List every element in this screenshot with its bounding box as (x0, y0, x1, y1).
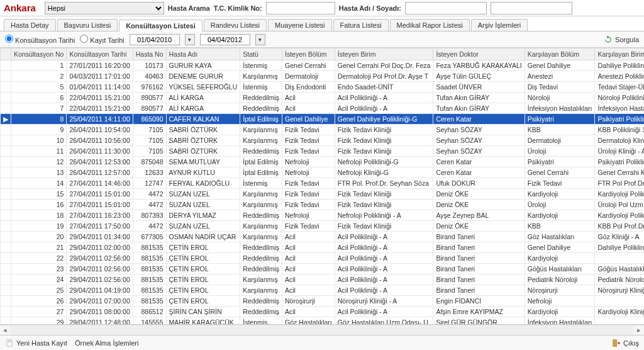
yeni-hasta-button[interactable]: Yeni Hasta Kayıt (5, 339, 67, 347)
cell: 29/04/2011 04:19:00 (67, 285, 133, 296)
table-row[interactable]: 2529/04/2011 04:19:00881535ÇETİN EROLKar… (1, 285, 645, 296)
table-row[interactable]: 2029/04/2011 01:34:00677305OSMAN NADİR U… (1, 232, 645, 242)
cell: ALİ KARGA (166, 93, 240, 103)
top-bar: Ankara Hepsi Hasta Arama T.C. Kimlik No:… (0, 0, 644, 16)
tab-arşiv-i̇şlemleri[interactable]: Arşiv İşlemleri (471, 19, 528, 31)
cell: 27/04/2011 15:01:00 (67, 200, 133, 210)
cell: Kardiyoloji Polikliniği 2- A (595, 210, 644, 221)
grid-container[interactable]: Konsültasyon NoKonsültasyon TarihiHasta … (0, 48, 644, 325)
cell: Seyhan SÖZAY (433, 125, 525, 135)
scroll-track[interactable] (10, 326, 634, 335)
cell: Reddedilmiş (240, 93, 282, 103)
cell: 26 (11, 296, 67, 307)
table-row[interactable]: 926/04/2011 10:54:007105SABRİ ÖZTÜRKKarş… (1, 125, 645, 135)
col-header[interactable]: Hasta Adı (166, 48, 240, 60)
table-row[interactable]: 1627/04/2011 15:01:004472SUZAN UZELKarşı… (1, 200, 645, 210)
date-from[interactable] (130, 34, 180, 45)
row-marker (1, 93, 11, 103)
row-marker (1, 307, 11, 317)
extra-input[interactable] (491, 2, 572, 14)
cell: Göz Kliniği - A (595, 232, 644, 242)
radio-kayit-tarihi[interactable]: Kayıt Tarihi (80, 35, 124, 44)
table-row[interactable]: 622/04/2011 15:21:00890577ALİ KARGARedde… (1, 93, 645, 103)
col-header[interactable]: Karşılayan Bölüm (525, 48, 595, 60)
cell: ÇETİN EROL (166, 285, 240, 296)
cell: KBB Polikliniği 1- A (595, 125, 644, 135)
bottom-bar: Yeni Hasta Kayıt Örnek Alma İşlemleri Çı… (0, 335, 644, 350)
cell: Nefroloji Kliniği-G (335, 167, 433, 178)
tab-başvuru-listesi[interactable]: Başvuru Listesi (57, 19, 118, 31)
table-row[interactable]: 127/01/2011 16:20:0010173GURUR KAYAİsten… (1, 60, 645, 71)
table-row[interactable]: 1126/04/2011 11:30:007105SABRİ ÖZTÜRKRed… (1, 146, 645, 157)
table-row[interactable]: 2429/04/2011 02:56:00881535ÇETİN EROLKar… (1, 274, 645, 285)
horizontal-scrollbar[interactable]: ◂ ▸ (0, 325, 644, 335)
cell: Fizik Tedavi Kliniği (335, 125, 433, 135)
cell: Reddedilmiş (240, 210, 282, 221)
sorgula-button[interactable]: Sorgula (604, 35, 639, 44)
tab-konsültasyon-listesi[interactable]: Konsültasyon Listesi (119, 20, 203, 31)
cell: KBB Pol Prof.Dr. Levent Naci Özlüoğlu- A (595, 221, 644, 232)
table-row[interactable]: 2729/04/2011 08:00:00886512ŞİRİN CAN ŞİR… (1, 307, 645, 317)
date-to-picker-icon[interactable]: ▾ (255, 34, 265, 45)
table-row[interactable]: 722/04/2011 15:21:00890577ALİ KARGARedde… (1, 103, 645, 114)
col-header[interactable]: Konsültasyon Tarihi (67, 48, 133, 60)
table-row[interactable]: 1427/04/2011 14:46:0012747FERYAL KADIOĞL… (1, 178, 645, 189)
table-row[interactable]: 1226/04/2011 12:53:00875048SEMA MUTLUAYİ… (1, 157, 645, 167)
col-header[interactable] (1, 48, 11, 60)
ornek-alma-button[interactable]: Örnek Alma İşlemleri (75, 339, 138, 347)
cell: Ceren Katar (433, 167, 525, 178)
col-header[interactable]: Statü (240, 48, 282, 60)
cell: 14 (11, 178, 67, 189)
tab-muayene-listesi[interactable]: Muayene Listesi (268, 19, 332, 31)
cell: Reddedilmiş (240, 307, 282, 317)
cell: 29/04/2011 08:00:00 (67, 307, 133, 317)
cell: İstenmiş (240, 178, 282, 189)
filter-dropdown[interactable]: Hepsi (45, 2, 164, 14)
cell: 16 (11, 200, 67, 210)
scroll-left-icon[interactable]: ◂ (0, 326, 10, 334)
row-marker (1, 200, 11, 210)
table-row[interactable]: 1927/04/2011 17:50:004472SUZAN UZELKarşı… (1, 221, 645, 232)
scroll-right-icon[interactable]: ▸ (634, 326, 644, 334)
tab-hasta-detay[interactable]: Hasta Detay (4, 19, 56, 31)
cell: 12747 (133, 178, 166, 189)
cell: Göz Hastalıkları (282, 317, 335, 325)
table-row[interactable]: 204/03/2011 17:01:0040463DENEME GURURKar… (1, 71, 645, 82)
cell: Acil Polikliniği - A (335, 264, 433, 274)
cell: ÇETİN EROL (166, 296, 240, 307)
col-header[interactable]: İsteyen Doktor (433, 48, 525, 60)
cikis-button[interactable]: Çıkış (612, 339, 639, 347)
table-row[interactable]: 1827/04/2011 16:23:00807393DERYA YILMAZR… (1, 210, 645, 221)
exit-icon (612, 339, 621, 347)
row-marker (1, 60, 11, 71)
tc-input[interactable] (266, 2, 335, 14)
table-row[interactable]: 1326/04/2011 12:57:0012633AYNUR KUTLUİpt… (1, 167, 645, 178)
ad-input[interactable] (405, 2, 487, 14)
cell: ÇETİN EROL (166, 242, 240, 253)
cell: Göğüs Hastalıkları Kliniği- A (595, 264, 644, 274)
tab-randevu-listesi[interactable]: Randevu Listesi (204, 19, 267, 31)
cell: Anestezi Polikliniği - A (595, 71, 644, 82)
col-header[interactable]: İsteyen Bölüm (282, 48, 335, 60)
col-header[interactable]: Karşılayan Birim (595, 48, 644, 60)
date-from-picker-icon[interactable]: ▾ (185, 34, 195, 45)
tab-fatura-listesi[interactable]: Fatura Listesi (333, 19, 389, 31)
tab-strip: Hasta DetayBaşvuru ListesiKonsültasyon L… (0, 16, 644, 31)
tab-medikal-rapor-listesi[interactable]: Medikal Rapor Listesi (390, 19, 470, 31)
radio-konsultasyon-tarihi[interactable]: Konsültasyon Tarihi (5, 35, 75, 44)
col-header[interactable]: Hasta No (133, 48, 166, 60)
table-row[interactable]: 2629/04/2011 07:00:00881535ÇETİN EROLRed… (1, 296, 645, 307)
table-row[interactable]: 501/04/2011 11:14:00976162YÜKSEL SEFEROĞ… (1, 82, 645, 93)
table-row[interactable]: 2229/04/2011 02:56:00881535ÇETİN EROLRed… (1, 253, 645, 264)
col-header[interactable]: Konsültasyon No (11, 48, 67, 60)
table-row[interactable]: ▶825/04/2011 14:11:00865090CAFER KALKANİ… (1, 114, 645, 125)
table-row[interactable]: 1026/04/2011 10:56:007105SABRİ ÖZTÜRKKar… (1, 135, 645, 146)
table-row[interactable]: 1527/04/2011 15:01:004472SUZAN UZELKarşı… (1, 189, 645, 200)
table-row[interactable]: 2929/04/2011 12:48:00145555MAHİR KARAGÜC… (1, 317, 645, 325)
col-header[interactable]: İsteyen Birim (335, 48, 433, 60)
date-to[interactable] (200, 34, 250, 45)
hasta-arama-label: Hasta Arama (168, 4, 210, 12)
results-grid[interactable]: Konsültasyon NoKonsültasyon TarihiHasta … (0, 48, 644, 325)
table-row[interactable]: 2129/04/2011 02:00:00881535ÇETİN EROLRed… (1, 242, 645, 253)
table-row[interactable]: 2329/04/2011 02:56:00881535ÇETİN EROLRed… (1, 264, 645, 274)
